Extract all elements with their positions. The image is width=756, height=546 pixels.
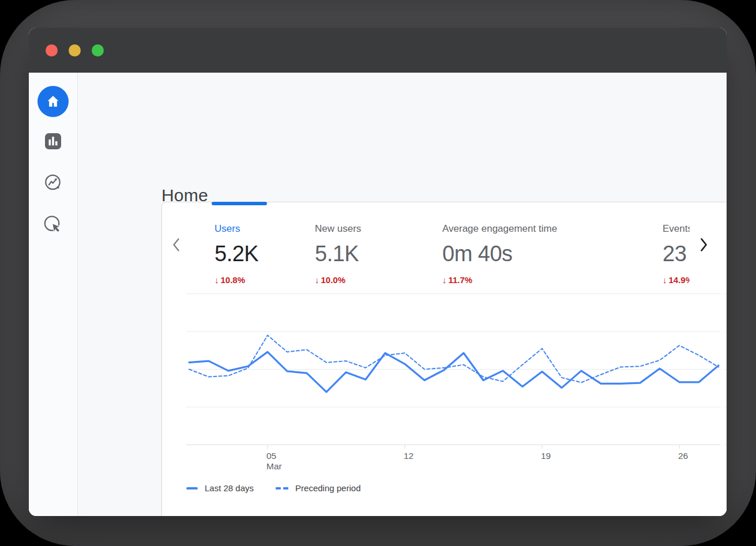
metric-delta: ↓10.8% [215, 275, 245, 285]
legend-label: Preceding period [295, 483, 360, 493]
active-tab-indicator [212, 202, 267, 205]
nav-sidebar [29, 73, 78, 516]
close-button[interactable] [46, 44, 58, 57]
zoom-button[interactable] [92, 44, 104, 57]
sidebar-item-home[interactable] [29, 85, 77, 118]
chart-legend: Last 28 days Preceding period [186, 483, 360, 493]
metrics-strip: Users 5.2K ↓10.8% New users 5.1K ↓10.0% … [195, 219, 690, 290]
chevron-right-icon[interactable] [699, 237, 708, 255]
sidebar-item-explore[interactable] [29, 168, 77, 200]
window-titlebar [29, 28, 727, 73]
advertising-cursor-icon [42, 214, 64, 238]
metric-value: 0m 40s [442, 242, 513, 266]
metric-delta: ↓10.0% [315, 275, 345, 285]
svg-text:05: 05 [266, 451, 276, 461]
metric-value: 23 [663, 242, 686, 266]
sidebar-item-advertising[interactable] [29, 210, 77, 242]
down-arrow-icon: ↓ [442, 275, 447, 285]
svg-text:26: 26 [678, 451, 688, 461]
minimize-button[interactable] [69, 44, 81, 57]
sidebar-item-reports[interactable] [29, 126, 77, 159]
metric-label: Average engagement time [442, 223, 557, 235]
svg-text:Mar: Mar [266, 461, 282, 471]
metric-label: Users [215, 223, 240, 235]
home-icon [37, 86, 69, 117]
svg-text:12: 12 [404, 451, 413, 461]
home-overview-card: Users 5.2K ↓10.8% New users 5.1K ↓10.0% … [161, 202, 727, 516]
chevron-left-icon[interactable] [172, 237, 180, 255]
metric-value: 5.2K [215, 242, 258, 266]
metric-value: 5.1K [315, 242, 359, 266]
down-arrow-icon: ↓ [315, 275, 319, 285]
explore-icon [43, 172, 63, 195]
legend-dashed-line-swatch [276, 487, 288, 489]
down-arrow-icon: ↓ [215, 275, 219, 285]
bar-chart-icon [45, 133, 61, 152]
main-content: Home Users 5.2K ↓10.8% New users 5.1K ↓1… [78, 73, 727, 516]
svg-text:19: 19 [541, 451, 551, 461]
metric-delta: ↓11.7% [442, 275, 472, 285]
legend-solid-line-swatch [186, 487, 198, 489]
metric-label: New users [315, 223, 361, 235]
metric-delta: ↓14.9% [663, 275, 690, 285]
legend-label: Last 28 days [205, 483, 254, 493]
metric-label: Events [663, 223, 690, 235]
app-window: Home Users 5.2K ↓10.8% New users 5.1K ↓1… [29, 28, 727, 516]
down-arrow-icon: ↓ [663, 275, 667, 285]
